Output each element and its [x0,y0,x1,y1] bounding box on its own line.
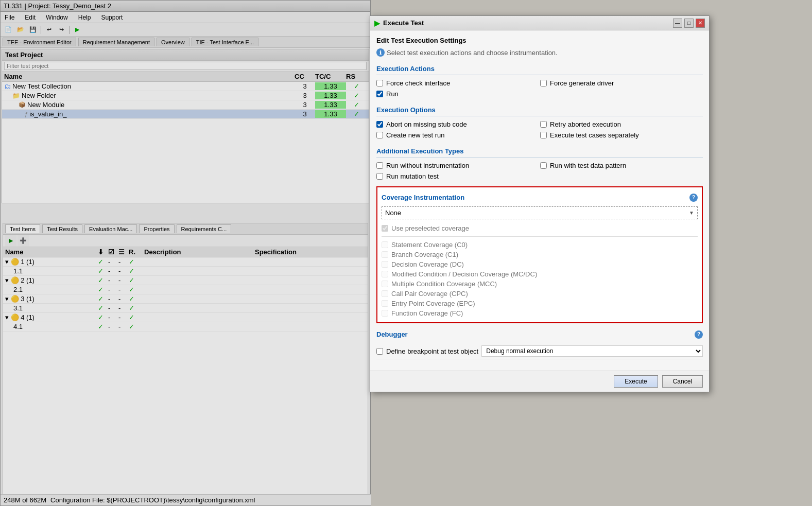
force-generate-label: Force generate driver [550,79,614,87]
info-icon: ℹ [376,48,385,57]
run-mutation-row: Run mutation test [376,171,539,181]
cpc-row: Call Pair Coverage (CPC) [382,289,698,299]
play-icon: ▶ [374,19,380,27]
additional-types-section: Additional Execution Types Run without i… [376,145,703,181]
execution-actions-checkboxes: Force check interface Force generate dri… [376,78,703,99]
run-label: Run [386,90,399,98]
dialog-overlay: ▶ Execute Test — □ ✕ Edit Test Execution… [0,0,812,506]
execute-separate-label: Execute test cases separately [550,131,639,139]
run-mutation-label: Run mutation test [386,172,439,180]
debugger-header: Debugger [376,328,408,340]
dropdown-arrow-icon: ▼ [689,210,694,216]
coverage-help-icon[interactable]: ? [689,194,698,202]
additional-types-checkboxes: Run without instrumentation Run with tes… [376,161,703,181]
use-preselected-label: Use preselected coverage [391,224,469,232]
run-mutation-checkbox[interactable] [376,173,383,180]
mcc-row: Multiple Condition Coverage (MCC) [382,279,698,289]
dialog-title: Execute Test [383,19,424,27]
coverage-dropdown[interactable]: None ▼ [382,206,698,219]
epc-checkbox [382,300,388,307]
mcc-checkbox [382,281,388,287]
use-preselected-row: Use preselected coverage [382,223,698,233]
coverage-dropdown-value: None [385,209,401,217]
use-preselected-checkbox [382,225,388,232]
branch-label: Branch Coverage (C1) [391,251,458,258]
dialog-content: Edit Test Execution Settings ℹ Select te… [370,30,709,371]
force-check-row: Force check interface [376,78,539,88]
force-generate-row: Force generate driver [540,78,703,88]
cpc-label: Call Pair Coverage (CPC) [391,290,468,298]
execute-button[interactable]: Execute [614,375,658,388]
fc-label: Function Coverage (FC) [391,309,463,317]
create-new-row: Create new test run [376,130,539,140]
execution-actions-header: Execution Actions [376,63,703,75]
abort-missing-row: Abort on missing stub code [376,119,539,129]
run-without-checkbox[interactable] [376,162,383,169]
fc-row: Function Coverage (FC) [382,308,698,318]
debugger-help-icon[interactable]: ? [695,330,703,339]
coverage-instrumentation-section: Coverage Instrumentation ? None ▼ Use pr… [376,186,703,323]
close-button[interactable]: ✕ [696,19,705,28]
run-row: Run [376,89,539,99]
stmt-row: Statement Coverage (C0) [382,240,698,250]
abort-missing-label: Abort on missing stub code [386,120,467,128]
force-generate-checkbox[interactable] [540,80,547,86]
mcdc-label: Modified Condition / Decision Coverage (… [391,270,537,278]
run-with-pattern-row: Run with test data pattern [540,161,703,170]
mcdc-row: Modified Condition / Decision Coverage (… [382,269,698,279]
execution-options-checkboxes: Abort on missing stub code Retry aborted… [376,119,703,140]
epc-row: Entry Point Coverage (EPC) [382,299,698,308]
dialog-title-text: ▶ Execute Test [374,19,424,27]
branch-checkbox [382,251,388,258]
execute-separate-checkbox[interactable] [540,132,547,138]
dialog-heading: Edit Test Execution Settings [376,37,703,44]
minimize-button[interactable]: — [673,19,682,28]
run-without-label: Run without instrumentation [386,162,469,169]
debug-mode-select[interactable]: Debug normal execution [481,345,703,357]
debugger-row: Define breakpoint at test object Debug n… [376,343,703,359]
run-checkbox[interactable] [376,91,383,97]
retry-aborted-row: Retry aborted execution [540,119,703,129]
debugger-section: Debugger ? Define breakpoint at test obj… [376,328,703,359]
mcc-label: Multiple Condition Coverage (MCC) [391,280,497,288]
execute-separate-row: Execute test cases separately [540,130,703,140]
coverage-checkboxes: Statement Coverage (C0) Branch Coverage … [382,240,698,318]
stmt-checkbox [382,241,388,248]
run-with-pattern-checkbox[interactable] [540,162,547,169]
execution-options-section: Execution Options Abort on missing stub … [376,104,703,140]
create-new-checkbox[interactable] [376,132,383,138]
retry-aborted-label: Retry aborted execution [550,120,621,128]
additional-types-header: Additional Execution Types [376,145,703,158]
decision-label: Decision Coverage (DC) [391,260,464,268]
run-with-pattern-label: Run with test data pattern [550,162,626,169]
epc-label: Entry Point Coverage (EPC) [391,300,475,307]
cancel-button[interactable]: Cancel [662,375,703,388]
execution-actions-section: Execution Actions Force check interface … [376,63,703,99]
run-without-row: Run without instrumentation [376,161,539,170]
maximize-button[interactable]: □ [684,19,694,28]
force-check-checkbox[interactable] [376,80,383,86]
decision-row: Decision Coverage (DC) [382,259,698,269]
dialog-controls: — □ ✕ [673,19,705,28]
abort-missing-checkbox[interactable] [376,121,383,128]
coverage-instrumentation-header: Coverage Instrumentation [382,191,464,203]
create-new-label: Create new test run [386,131,444,139]
define-breakpoint-label: Define breakpoint at test object [386,347,478,355]
dialog-title-bar: ▶ Execute Test — □ ✕ [370,16,709,30]
retry-aborted-checkbox[interactable] [540,121,547,128]
execute-test-dialog: ▶ Execute Test — □ ✕ Edit Test Execution… [370,15,710,392]
execution-options-header: Execution Options [376,104,703,116]
branch-row: Branch Coverage (C1) [382,250,698,259]
cpc-checkbox [382,290,388,297]
coverage-dropdown-row: None ▼ [382,206,698,219]
force-check-label: Force check interface [386,79,450,87]
dialog-footer: Execute Cancel [370,371,709,392]
mcdc-checkbox [382,271,388,277]
dialog-info: ℹ Select test execution actions and choo… [376,48,703,57]
fc-checkbox [382,310,388,317]
decision-checkbox [382,261,388,268]
define-breakpoint-checkbox[interactable] [376,348,383,355]
stmt-label: Statement Coverage (C0) [391,241,468,249]
